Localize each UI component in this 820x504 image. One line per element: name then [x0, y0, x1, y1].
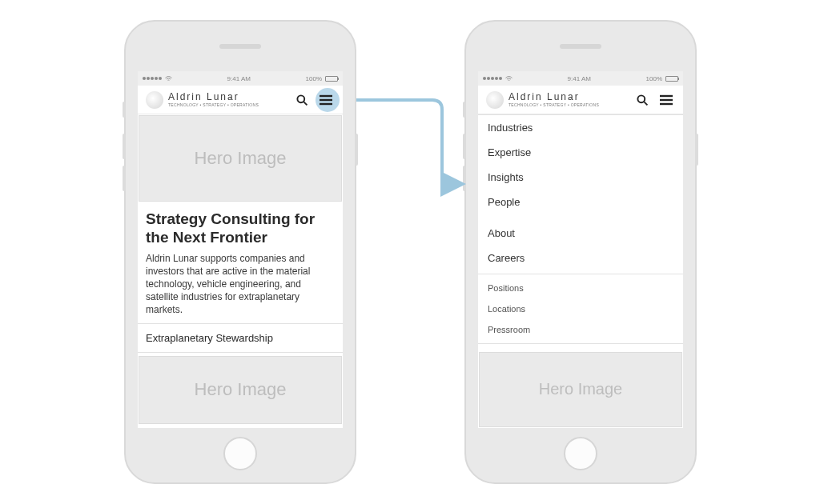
app-header: Aldrin Lunar TECHNOLOGY • STRATEGY • OPE… — [478, 86, 683, 114]
headline-body: Aldrin Lunar supports companies and inve… — [138, 252, 343, 323]
phone-device-home: 9:41 AM 100% Aldrin Lunar TECHNOLOGY • S… — [124, 20, 356, 484]
brand-logo[interactable] — [486, 91, 504, 109]
hero-image-placeholder: Hero Image — [139, 115, 342, 202]
wireframe-canvas: 9:41 AM 100% Aldrin Lunar TECHNOLOGY • S… — [0, 0, 820, 504]
signal-icon — [143, 77, 162, 80]
power-button — [695, 134, 698, 166]
home-button[interactable] — [564, 437, 597, 470]
nav-sub-locations[interactable]: Locations — [478, 298, 683, 319]
app-header: Aldrin Lunar TECHNOLOGY • STRATEGY • OPE… — [138, 86, 343, 114]
nav-item-industries[interactable]: Industries — [478, 115, 683, 140]
volume-down-button — [463, 166, 466, 191]
svg-point-0 — [297, 95, 304, 102]
nav-item-about[interactable]: About — [478, 221, 683, 246]
hamburger-button[interactable] — [317, 91, 335, 109]
headline: Strategy Consulting for the Next Frontie… — [138, 202, 343, 252]
svg-point-5 — [637, 95, 645, 102]
flow-arrow — [352, 92, 480, 204]
battery-percent: 100% — [646, 75, 662, 82]
status-bar: 9:41 AM 100% — [478, 71, 683, 86]
power-button — [355, 134, 358, 166]
search-icon — [636, 94, 649, 106]
search-icon — [295, 94, 308, 106]
battery-icon — [665, 76, 678, 82]
hamburger-button[interactable] — [657, 91, 675, 109]
divider — [478, 343, 683, 344]
nav-secondary-group: Positions Locations Pressroom — [478, 278, 683, 340]
divider — [138, 352, 343, 353]
volume-down-button — [123, 166, 126, 191]
brand-logo[interactable] — [146, 91, 163, 109]
phone-speaker — [219, 44, 261, 49]
hero-label: Hero Image — [539, 380, 623, 398]
hero-label: Hero Image — [195, 148, 287, 169]
brand-text[interactable]: Aldrin Lunar TECHNOLOGY • STRATEGY • OPE… — [168, 92, 259, 107]
status-time: 9:41 AM — [172, 75, 306, 82]
page-content: Hero Image Strategy Consulting for the N… — [138, 114, 343, 428]
wifi-icon — [165, 75, 172, 82]
divider — [478, 274, 683, 274]
nav-item-insights[interactable]: Insights — [478, 165, 683, 190]
search-button[interactable] — [633, 91, 651, 109]
silence-switch — [463, 102, 466, 118]
brand-name: Aldrin Lunar — [168, 92, 259, 102]
feature-link[interactable]: Extraplanetary Stewardship — [138, 324, 343, 352]
nav-item-people[interactable]: People — [478, 190, 683, 214]
nav-sub-positions[interactable]: Positions — [478, 278, 683, 298]
brand-text[interactable]: Aldrin Lunar TECHNOLOGY • STRATEGY • OPE… — [508, 92, 599, 107]
svg-line-1 — [303, 102, 307, 105]
hamburger-icon — [319, 94, 333, 106]
nav-sub-pressroom[interactable]: Pressroom — [478, 319, 683, 340]
volume-up-button — [123, 134, 126, 159]
nav-primary-group: Industries Expertise Insights People Abo… — [478, 115, 683, 270]
screen-menu: 9:41 AM 100% Aldrin Lunar TECHNOLOGY • S… — [478, 71, 683, 428]
phone-device-menu: 9:41 AM 100% Aldrin Lunar TECHNOLOGY • S… — [464, 20, 697, 484]
hero-image-placeholder-2: Hero Image — [139, 356, 342, 424]
silence-switch — [123, 102, 126, 118]
search-button[interactable] — [293, 91, 311, 109]
battery-percent: 100% — [306, 75, 322, 82]
volume-up-button — [463, 134, 466, 159]
signal-icon — [483, 77, 502, 80]
battery-icon — [325, 76, 338, 82]
status-time: 9:41 AM — [512, 75, 646, 82]
brand-tagline: TECHNOLOGY • STRATEGY • OPERATIONS — [168, 103, 259, 107]
brand-name: Aldrin Lunar — [508, 92, 599, 102]
home-button[interactable] — [223, 437, 257, 470]
nav-item-careers[interactable]: Careers — [478, 246, 683, 270]
brand-tagline: TECHNOLOGY • STRATEGY • OPERATIONS — [508, 103, 599, 107]
status-bar: 9:41 AM 100% — [138, 71, 343, 86]
hamburger-icon — [659, 94, 673, 106]
wifi-icon — [505, 75, 512, 82]
screen-home: 9:41 AM 100% Aldrin Lunar TECHNOLOGY • S… — [138, 71, 343, 428]
phone-speaker — [560, 44, 601, 49]
svg-line-6 — [644, 102, 647, 105]
nav-item-expertise[interactable]: Expertise — [478, 140, 683, 165]
hero-label: Hero Image — [195, 379, 287, 400]
nav-menu-open: Industries Expertise Insights People Abo… — [478, 114, 683, 428]
hero-image-placeholder: Hero Image — [479, 352, 682, 427]
